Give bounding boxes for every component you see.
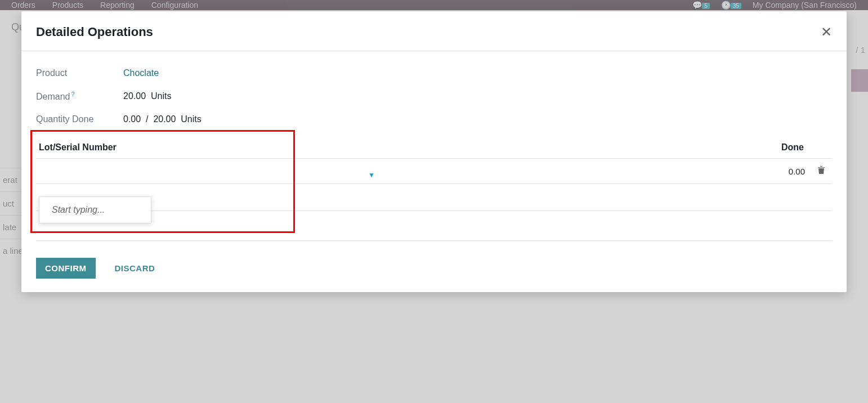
demand-label: Demand?	[36, 91, 123, 102]
detailed-operations-modal: Detailed Operations ✕ Product Choclate D…	[21, 11, 847, 292]
col-done: Done	[781, 142, 804, 153]
modal-body: Product Choclate Demand? 20.00 Units Qua…	[21, 51, 847, 247]
close-icon: ✕	[821, 24, 832, 39]
table-spacer	[36, 184, 832, 211]
product-field: Product Choclate	[36, 68, 832, 78]
trash-icon[interactable]	[817, 165, 825, 177]
table-header: Lot/Serial Number Done	[36, 137, 832, 159]
confirm-button[interactable]: CONFIRM	[36, 258, 96, 279]
quantity-done-value: 0.00 / 20.00 Units	[123, 114, 202, 124]
modal-title: Detailed Operations	[36, 25, 153, 39]
operations-table: Lot/Serial Number Done ▼ Start typing...…	[36, 137, 832, 241]
table-row: ▼ Start typing... 0.00	[36, 159, 832, 184]
demand-value: 20.00 Units	[123, 91, 171, 101]
lot-dropdown[interactable]: Start typing...	[39, 196, 151, 223]
modal-header: Detailed Operations ✕	[21, 11, 847, 51]
quantity-done-field: Quantity Done 0.00 / 20.00 Units	[36, 114, 832, 124]
product-value[interactable]: Choclate	[123, 68, 159, 78]
demand-help-icon[interactable]: ?	[71, 91, 74, 97]
done-value[interactable]: 0.00	[789, 167, 805, 176]
col-lot-serial: Lot/Serial Number	[39, 142, 117, 153]
discard-button[interactable]: DISCARD	[106, 258, 164, 279]
modal-footer: CONFIRM DISCARD	[21, 247, 847, 292]
demand-field: Demand? 20.00 Units	[36, 91, 832, 102]
product-label: Product	[36, 68, 123, 78]
quantity-done-label: Quantity Done	[36, 114, 123, 124]
close-button[interactable]: ✕	[821, 25, 832, 39]
table-divider	[36, 214, 832, 241]
chevron-down-icon[interactable]: ▼	[368, 171, 375, 179]
